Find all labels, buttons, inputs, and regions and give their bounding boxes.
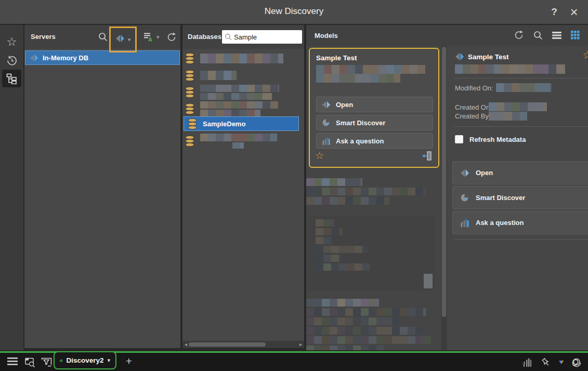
bottom-right-toolbar xyxy=(522,357,582,368)
redacted-text xyxy=(200,85,279,92)
created-on-label: Created On: xyxy=(455,103,492,111)
close-button[interactable]: × xyxy=(566,4,582,20)
server-type-caret-icon[interactable]: ▾ xyxy=(128,36,131,43)
database-icon xyxy=(185,52,195,64)
refresh-icon xyxy=(167,32,177,42)
redacted-text xyxy=(306,197,389,205)
ask-question-icon[interactable] xyxy=(522,357,532,367)
ask-question-button[interactable]: Ask a question xyxy=(316,133,433,149)
pin-options-caret-icon[interactable] xyxy=(559,361,564,364)
refresh-icon[interactable] xyxy=(514,30,524,40)
preview-search-button[interactable] xyxy=(24,357,35,369)
smart-discover-label: Smart Discover xyxy=(476,194,525,202)
pyramid-diamond-icon xyxy=(455,52,464,63)
servers-search-button[interactable] xyxy=(98,32,108,44)
database-icon xyxy=(185,86,195,98)
server-row-in-memory-db[interactable]: In-Memory DB xyxy=(25,50,180,65)
database-row-redacted[interactable] xyxy=(185,84,279,100)
favorite-star-icon[interactable]: ☆ xyxy=(315,150,324,162)
filter-view-button[interactable] xyxy=(41,357,52,369)
tab-caret-icon[interactable]: ▾ xyxy=(107,357,110,364)
ask-question-label: Ask a question xyxy=(336,137,384,145)
created-by-label: Created By: xyxy=(455,112,491,120)
pyramid-diamond-icon xyxy=(460,168,469,178)
redacted-text xyxy=(306,308,426,316)
database-row-sampledemo[interactable]: SampleDemo xyxy=(184,116,299,131)
scrollbar-thumb[interactable] xyxy=(442,47,446,317)
search-icon xyxy=(98,32,108,42)
database-row-redacted[interactable] xyxy=(185,133,277,149)
search-icon[interactable] xyxy=(533,31,543,40)
tab-discovery2[interactable]: Discovery2 ▾ xyxy=(54,351,116,369)
servers-refresh-button[interactable] xyxy=(167,32,177,44)
redacted-text xyxy=(232,142,244,149)
redacted-text xyxy=(200,54,283,63)
model-card-redacted[interactable] xyxy=(307,216,435,291)
databases-search-input[interactable] xyxy=(234,33,295,41)
filter-icon xyxy=(41,357,52,367)
ask-question-button[interactable]: Ask a question xyxy=(452,211,588,234)
servers-panel: Servers A ▾ ▾ In-Memory DB xyxy=(24,25,180,348)
redacted-text xyxy=(306,299,379,307)
search-icon xyxy=(225,33,232,41)
sort-button[interactable]: A xyxy=(143,32,153,44)
database-row-redacted[interactable] xyxy=(185,68,237,83)
redacted-text xyxy=(200,71,237,80)
menu-button[interactable] xyxy=(7,357,18,367)
redacted-text xyxy=(306,317,399,325)
list-view-icon[interactable] xyxy=(552,31,561,39)
scroll-right-icon[interactable]: ▸ xyxy=(299,341,302,347)
highlight-box: ▾ xyxy=(109,27,137,52)
sort-caret-icon[interactable]: ▾ xyxy=(156,34,160,41)
redacted-text xyxy=(200,110,260,116)
open-button[interactable]: Open xyxy=(316,97,433,112)
redacted-text xyxy=(316,246,368,253)
details-title: Sample Test xyxy=(468,53,509,61)
exit-door-icon[interactable] xyxy=(422,151,432,163)
smart-discover-button[interactable]: Smart Discover xyxy=(452,186,588,209)
redacted-text xyxy=(489,112,527,121)
help-icon: ? xyxy=(551,6,557,18)
models-toolbar xyxy=(514,30,580,40)
databases-header: Databases xyxy=(182,25,304,49)
redacted-text xyxy=(200,93,272,100)
database-icon xyxy=(185,70,195,82)
model-card-sample-test[interactable]: Sample Test Open Smart Discover Ask a qu… xyxy=(309,48,439,168)
servers-title: Servers xyxy=(31,33,56,41)
modified-on-label: Modified On: xyxy=(455,84,493,92)
open-button[interactable]: Open xyxy=(452,161,588,184)
divider xyxy=(453,78,588,78)
content-tree-button[interactable] xyxy=(2,70,21,87)
spiral-icon[interactable] xyxy=(571,357,582,368)
open-label: Open xyxy=(336,101,353,109)
redacted-text xyxy=(316,237,333,244)
refresh-metadata-label: Refresh Metadata xyxy=(469,136,526,143)
refresh-metadata-checkbox[interactable] xyxy=(455,135,463,143)
history-button[interactable] xyxy=(2,52,21,70)
scrollbar-thumb[interactable] xyxy=(189,342,266,347)
databases-horizontal-scrollbar[interactable]: ◂ ▸ xyxy=(182,341,304,348)
new-tab-button[interactable]: + xyxy=(123,355,135,367)
grid-view-icon[interactable] xyxy=(571,31,580,39)
help-button[interactable]: ? xyxy=(546,4,562,20)
favorite-star-icon[interactable]: ☆ xyxy=(582,49,588,61)
database-icon xyxy=(185,135,195,147)
models-vertical-scrollbar[interactable] xyxy=(441,46,447,350)
database-icon xyxy=(185,103,195,115)
model-details-panel: Sample Test ☆ Modified On: Created On: C… xyxy=(448,46,588,350)
redacted-text xyxy=(306,188,426,195)
smart-discover-button[interactable]: Smart Discover xyxy=(316,115,433,130)
redacted-text xyxy=(306,346,384,350)
models-title: Models xyxy=(315,32,338,39)
scroll-left-icon[interactable]: ◂ xyxy=(185,341,187,347)
databases-panel: Databases xyxy=(182,25,304,348)
smart-discover-icon xyxy=(460,193,469,203)
database-row-redacted[interactable] xyxy=(185,101,278,116)
databases-searchbox xyxy=(222,30,302,44)
divider xyxy=(453,239,588,240)
pin-icon[interactable] xyxy=(540,357,551,368)
database-row-redacted[interactable] xyxy=(185,50,283,66)
favorites-button[interactable]: ☆ xyxy=(2,33,21,50)
close-icon: × xyxy=(570,4,578,20)
server-type-button[interactable] xyxy=(115,34,125,45)
